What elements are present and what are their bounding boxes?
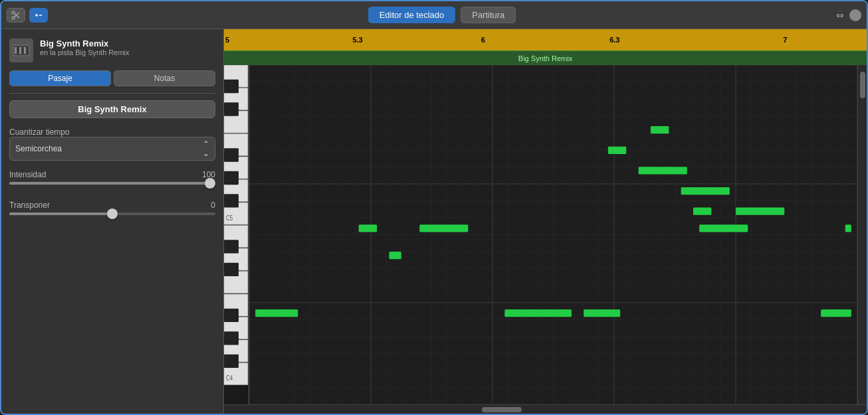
svg-rect-116 [821, 309, 851, 317]
pasaje-tab-button[interactable]: Pasaje [9, 70, 111, 86]
transpose-thumb[interactable] [107, 208, 118, 219]
svg-rect-38 [224, 309, 239, 322]
svg-rect-103 [255, 309, 298, 317]
scrollbar-v-thumb[interactable] [860, 72, 865, 98]
sidebar: Big Synth Remix en la pista Big Synth Re… [1, 29, 224, 414]
region-label-text: Big Synth Remix [518, 54, 572, 62]
intensity-label: Intensidad [9, 170, 46, 179]
track-text: Big Synth Remix en la pista Big Synth Re… [40, 39, 130, 56]
top-header: Editor de teclado Partitura ⇔ [1, 1, 867, 29]
track-icon [9, 39, 33, 62]
svg-rect-9 [17, 47, 19, 54]
svg-rect-33 [224, 148, 239, 161]
transpose-value: 0 [211, 201, 215, 210]
svg-point-0 [12, 11, 15, 14]
svg-rect-105 [389, 252, 401, 259]
svg-rect-115 [736, 208, 784, 215]
transpose-fill [9, 212, 112, 215]
intensity-slider[interactable] [9, 182, 215, 185]
piano-keyboard: C5 C4 [224, 65, 249, 404]
svg-rect-117 [845, 224, 851, 232]
svg-rect-8 [15, 47, 17, 54]
quantize-chevron-icon: ⌃⌄ [203, 139, 209, 158]
svg-rect-39 [224, 331, 239, 345]
svg-rect-10 [19, 47, 21, 54]
svg-rect-112 [681, 187, 730, 195]
svg-rect-40 [224, 355, 239, 368]
quantize-section: Cuantizar tiempo Semicorchea ⌃⌄ [9, 124, 215, 161]
svg-point-1 [12, 17, 15, 19]
tab-keyboard-editor[interactable]: Editor de teclado [368, 7, 456, 23]
main-window: Editor de teclado Partitura ⇔ [0, 0, 868, 415]
svg-rect-110 [639, 167, 687, 174]
note-grid[interactable] [249, 65, 857, 404]
svg-rect-111 [651, 126, 669, 133]
transpose-slider[interactable] [9, 212, 215, 215]
svg-rect-114 [699, 224, 748, 232]
header-right-controls: ⇔ [836, 9, 861, 21]
track-title: Big Synth Remix [40, 39, 130, 48]
pasaje-notas-tabs: Pasaje Notas [9, 70, 215, 86]
quantize-select[interactable]: Semicorchea ⌃⌄ [9, 137, 215, 161]
intensity-thumb[interactable] [205, 178, 215, 189]
intensity-section: Intensidad 100 [9, 166, 215, 185]
svg-rect-32 [224, 102, 239, 116]
quantize-label-row: Cuantizar tiempo [9, 127, 215, 137]
timeline-inner: 5 5.3 6 6.3 7 [224, 29, 867, 50]
mode-indicator [849, 9, 861, 21]
svg-rect-104 [359, 224, 377, 232]
svg-rect-36 [224, 240, 239, 253]
scrollbar-h-thumb[interactable] [482, 407, 522, 412]
svg-rect-13 [27, 47, 28, 54]
piano-roll-area: 5 5.3 6 6.3 7 Big Synth Remix [224, 29, 867, 414]
svg-rect-31 [224, 80, 239, 93]
notas-tab-button[interactable]: Notas [114, 70, 215, 86]
region-label-bar: Big Synth Remix [224, 50, 867, 65]
region-name-button[interactable]: Big Synth Remix [9, 100, 215, 118]
piano-roll-main: C5 C4 [224, 65, 867, 404]
svg-text:C4: C4 [226, 374, 233, 382]
scrollbar-vertical[interactable] [857, 65, 867, 404]
piano-keys-svg: C5 C4 [224, 65, 249, 404]
svg-text:C5: C5 [226, 214, 233, 222]
timeline-marker-5-3: 5.3 [352, 36, 362, 44]
swap-icon: ⇔ [836, 10, 844, 21]
svg-rect-109 [608, 147, 626, 154]
track-info: Big Synth Remix en la pista Big Synth Re… [9, 36, 215, 65]
svg-rect-12 [24, 47, 26, 54]
track-subtitle: en la pista Big Synth Remix [40, 48, 130, 56]
scrollbar-horizontal[interactable] [224, 404, 867, 414]
tab-partitura[interactable]: Partitura [461, 7, 516, 23]
svg-rect-34 [224, 171, 239, 185]
divider-1 [9, 93, 215, 94]
transpose-section: Transponer 0 [9, 197, 215, 215]
transpose-label: Transponer [9, 201, 50, 210]
timeline-marker-7: 7 [783, 36, 787, 44]
svg-rect-113 [693, 208, 711, 215]
svg-rect-35 [224, 194, 239, 207]
svg-rect-11 [22, 47, 23, 54]
timeline-marker-6-3: 6.3 [609, 36, 619, 44]
content-area: Big Synth Remix en la pista Big Synth Re… [1, 29, 867, 414]
note-grid-container [249, 65, 867, 404]
intensity-label-row: Intensidad 100 [9, 170, 215, 179]
edit-tool-button[interactable] [29, 8, 48, 23]
svg-rect-108 [584, 309, 620, 317]
timeline-bar: 5 5.3 6 6.3 7 [224, 29, 867, 50]
timeline-marker-5: 5 [225, 36, 229, 44]
svg-rect-37 [224, 263, 239, 276]
quantize-value: Semicorchea [15, 144, 62, 153]
scissors-tool-button[interactable] [7, 8, 25, 23]
quantize-label: Cuantizar tiempo [9, 127, 70, 137]
svg-rect-106 [419, 224, 468, 232]
timeline-marker-6: 6 [481, 36, 485, 44]
svg-rect-107 [504, 309, 572, 317]
intensity-fill [9, 182, 215, 185]
